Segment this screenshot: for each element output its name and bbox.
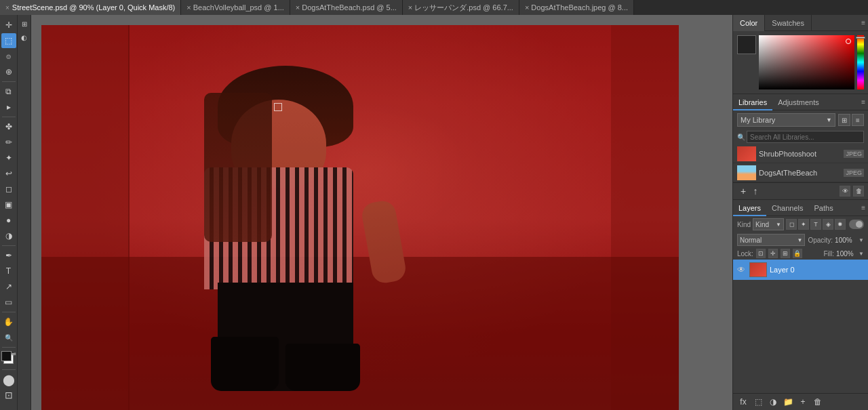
library-search-input[interactable]	[747, 131, 864, 143]
delete-layer-button[interactable]: 🗑	[812, 396, 824, 408]
quick-mask-toggle[interactable]: ⬤	[1, 372, 16, 387]
lock-label: Lock:	[737, 250, 753, 258]
layers-blend-row: Normal ▼ Opacity: 100% ▼	[733, 232, 868, 247]
dodge-tool[interactable]: ◑	[1, 228, 16, 243]
move-tool[interactable]: ✛	[1, 18, 16, 33]
tab-libraries[interactable]: Libraries	[733, 94, 772, 110]
tab-beachvolleyball[interactable]: × BeachVolleyball_psd @ 1...	[181, 0, 290, 15]
tab-streetscene[interactable]: × StreetScene.psd @ 90% (Layer 0, Quick …	[0, 0, 181, 15]
screen-mode-toggle[interactable]: ⊡	[1, 388, 16, 403]
clone-stamp-tool[interactable]: ✦	[1, 150, 16, 165]
opacity-value[interactable]: 100%	[835, 237, 856, 244]
gradient-tool[interactable]: ▣	[1, 197, 16, 212]
zoom-tool[interactable]: 🔍	[1, 330, 16, 345]
libraries-menu-icon[interactable]: ≡	[861, 98, 865, 106]
shape-layer-filter[interactable]: ◈	[823, 219, 833, 230]
lock-artboard-icon[interactable]: ⊞	[781, 249, 790, 258]
tab-dogsatbeach-jpeg[interactable]: × DogsAtTheBeach.jpeg @ 8...	[519, 0, 634, 15]
chevron-down-icon: ▼	[776, 222, 781, 228]
tab-layers[interactable]: Layers	[733, 200, 766, 216]
swap-colors-icon[interactable]: ⇄	[12, 351, 16, 357]
tab-close-icon[interactable]: ×	[5, 4, 9, 12]
adjustments-icon[interactable]: ◐	[18, 31, 31, 43]
library-dropdown[interactable]: My Library ▼	[737, 113, 835, 127]
library-item-thumbnail	[737, 146, 756, 161]
layers-panel: Layers Channels Paths ≡ Kind Kind ▼ ◻ ✦ …	[733, 200, 868, 410]
library-footer-actions: 👁 🗑	[840, 186, 864, 197]
pixel-layer-filter[interactable]: ◻	[786, 219, 797, 230]
library-items-list: ShrubPhotoshoot JPEG DogsAtTheBeach JPEG	[733, 144, 868, 182]
smart-object-filter[interactable]: ✸	[835, 219, 846, 230]
blend-mode-select[interactable]: Normal ▼	[737, 234, 805, 246]
tab-label: レッサーパンダ.psd @ 66.7...	[414, 3, 513, 13]
layer-item[interactable]: 👁 Layer 0	[733, 260, 868, 280]
tab-lesserpanda[interactable]: × レッサーパンダ.psd @ 66.7...	[403, 0, 519, 15]
brush-tool[interactable]: ✏	[1, 135, 16, 150]
pen-tool[interactable]: ✒	[1, 248, 16, 263]
eyedropper-tool[interactable]: ▸	[1, 100, 16, 115]
color-swatches[interactable]: ⇄	[1, 351, 16, 367]
tab-paths[interactable]: Paths	[809, 200, 839, 216]
color-gradient-field[interactable]	[759, 35, 854, 89]
tab-channels[interactable]: Channels	[766, 200, 808, 216]
tab-dogsatbeach[interactable]: × DogsAtTheBeach.psd @ 5...	[290, 0, 403, 15]
lock-all-icon[interactable]: 🔒	[793, 249, 802, 258]
filter-kind-select[interactable]: Kind ▼	[753, 218, 784, 230]
chevron-down-icon: ▼	[859, 237, 864, 243]
filter-toggle[interactable]	[849, 220, 864, 229]
history-brush-tool[interactable]: ↩	[1, 166, 16, 181]
color-picker-row	[737, 35, 864, 89]
library-item[interactable]: ShrubPhotoshoot JPEG	[733, 144, 868, 163]
library-search-bar: 🔍	[733, 129, 868, 144]
libraries-tabs: Libraries Adjustments ≡	[733, 94, 868, 110]
path-select-tool[interactable]: ↗	[1, 279, 16, 294]
lock-position-icon[interactable]: ✛	[768, 249, 778, 258]
create-group-button[interactable]: 📁	[782, 396, 794, 408]
eye-icon[interactable]: 👁	[840, 186, 850, 197]
layers-menu-icon[interactable]: ≡	[861, 204, 865, 211]
foreground-color-swatch[interactable]	[737, 35, 756, 54]
upload-button[interactable]: ↑	[749, 185, 762, 197]
text-layer-filter[interactable]: T	[810, 219, 821, 230]
adjustment-layer-filter[interactable]: ✦	[798, 219, 809, 230]
opacity-row: Opacity: 100% ▼	[808, 237, 864, 244]
grid-view-btn[interactable]: ⊞	[838, 114, 850, 126]
add-adjustment-button[interactable]: ◑	[767, 396, 779, 408]
quick-select-tool[interactable]: ⊕	[1, 64, 16, 79]
library-dropdown-label: My Library	[741, 116, 775, 124]
eraser-tool[interactable]: ◻	[1, 182, 16, 197]
shape-tool[interactable]: ▭	[1, 295, 16, 310]
color-swatches-tabs: Color Swatches ≡	[733, 15, 868, 31]
tab-swatches[interactable]: Swatches	[765, 15, 812, 31]
text-tool[interactable]: T	[1, 264, 16, 279]
list-view-btn[interactable]: ≡	[852, 114, 864, 126]
layer-name: Layer 0	[770, 266, 865, 274]
crop-tool[interactable]: ⧉	[1, 84, 16, 99]
properties-icon[interactable]: ⊞	[18, 18, 31, 30]
layers-filter-icons: ◻ ✦ T ◈ ✸	[786, 219, 846, 230]
lasso-tool[interactable]: ⌾	[1, 49, 16, 64]
hue-slider[interactable]	[857, 35, 864, 89]
foreground-color[interactable]	[1, 351, 12, 361]
tab-adjustments[interactable]: Adjustments	[772, 94, 825, 110]
library-item[interactable]: DogsAtTheBeach JPEG	[733, 163, 868, 182]
lock-pixels-icon[interactable]: ⊡	[756, 249, 766, 258]
spot-heal-tool[interactable]: ✤	[1, 119, 16, 134]
add-item-button[interactable]: +	[737, 185, 749, 197]
add-mask-button[interactable]: ⬚	[752, 396, 764, 408]
create-layer-button[interactable]: +	[797, 396, 809, 408]
layer-thumbnail	[749, 262, 767, 277]
canvas-area[interactable]	[31, 15, 732, 410]
rectangular-marquee-tool[interactable]: ⬚	[1, 33, 16, 48]
hand-tool[interactable]: ✋	[1, 314, 16, 329]
blur-tool[interactable]: ●	[1, 213, 16, 228]
fill-label: Fill:	[824, 250, 835, 258]
trash-icon[interactable]: 🗑	[853, 186, 864, 197]
library-item-name: ShrubPhotoshoot	[759, 150, 841, 158]
chevron-down-icon: ▼	[859, 251, 864, 257]
add-layer-style-button[interactable]: fx	[737, 396, 749, 408]
fill-value[interactable]: 100%	[836, 250, 856, 258]
layer-visibility-toggle[interactable]: 👁	[736, 264, 747, 275]
color-panel-menu-icon[interactable]: ≡	[861, 19, 865, 26]
tab-color[interactable]: Color	[733, 15, 765, 31]
